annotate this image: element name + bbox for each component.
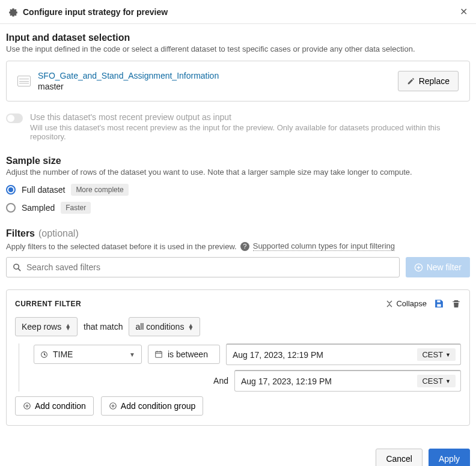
help-icon[interactable]: ? [240,242,249,251]
tz-label-1: CEST [422,350,443,359]
dataset-branch: master [38,82,398,91]
operator-label: is between [168,350,208,359]
recent-preview-toggle-row: Use this dataset's most recent preview o… [6,112,470,141]
input-heading: Input and dataset selection [6,32,470,43]
all-conditions-select[interactable]: all conditions ▲▼ [129,317,200,336]
that-match-text: that match [84,322,123,331]
datetime-value-1: Aug 17, 2023, 12:19 PM [233,350,323,360]
dialog-footer: Cancel Apply [0,449,476,466]
chevron-down-icon: ▼ [445,352,451,358]
pencil-icon [407,77,415,85]
add-condition-button[interactable]: Add condition [15,396,94,416]
plus-circle-icon [109,402,117,410]
sample-heading: Sample size [6,156,470,166]
badge-faster: Faster [61,202,91,214]
datetime-input-2[interactable]: Aug 17, 2023, 12:19 PM CEST ▼ [234,370,461,392]
filters-desc: Apply filters to the selected dataset be… [6,242,237,251]
filters-optional: (optional) [38,228,79,239]
sample-desc: Adjust the number of rows of the dataset… [6,168,470,177]
plus-circle-icon [414,263,423,272]
input-desc: Use the input defined in the code or sel… [6,44,470,53]
new-filter-button: New filter [406,257,470,277]
add-condition-group-label: Add condition group [121,401,196,411]
gear-icon [8,7,18,17]
collapse-label: Collapse [396,299,427,308]
column-name: TIME [53,350,73,359]
new-filter-label: New filter [427,262,462,272]
replace-label: Replace [419,76,450,86]
radio-full-dataset[interactable] [6,185,16,195]
svg-rect-6 [156,352,162,358]
chevron-down-icon: ▼ [129,351,135,358]
keep-rows-label: Keep rows [22,322,61,331]
search-icon [13,263,22,272]
toggle-desc: Will use this dataset's most recent prev… [30,123,470,141]
recent-preview-toggle [6,113,23,123]
filters-heading: Filters [6,228,35,239]
search-filters-input[interactable] [26,262,393,272]
dataset-icon [17,76,31,86]
cancel-button[interactable]: Cancel [376,449,423,466]
close-icon[interactable]: ✕ [460,6,468,17]
operator-select[interactable]: is between [148,345,220,364]
clock-icon [40,351,48,359]
radio-sampled-label: Sampled [22,203,55,213]
caret-icon: ▲▼ [65,324,71,330]
search-filters-input-wrap[interactable] [6,257,400,277]
calendar-icon [154,350,163,359]
current-filter-title: CURRENT FILTER [15,300,386,308]
caret-icon: ▲▼ [188,324,194,330]
plus-circle-icon [23,402,31,410]
replace-button[interactable]: Replace [398,71,459,91]
current-filter-card: CURRENT FILTER Collapse Keep rows ▲▼ tha… [6,289,470,426]
supported-types-link[interactable]: Supported column types for input filteri… [253,241,395,251]
add-condition-group-button[interactable]: Add condition group [101,396,204,416]
dataset-card: SFO_Gate_and_Stand_Assignment_Informatio… [6,61,470,101]
collapse-icon [386,300,393,307]
apply-button[interactable]: Apply [429,449,470,466]
trash-icon[interactable] [451,299,461,309]
svg-point-0 [14,264,19,268]
datetime-input-1[interactable]: Aug 17, 2023, 12:19 PM CEST ▼ [226,343,461,365]
radio-sampled[interactable] [6,203,16,213]
radio-full-label: Full dataset [22,185,65,195]
radio-full-dataset-row[interactable]: Full dataset More complete [6,184,470,196]
dialog-header: Configure input strategy for preview ✕ [0,0,476,24]
badge-more-complete: More complete [71,184,128,196]
toggle-title: Use this dataset's most recent preview o… [30,112,470,122]
collapse-button[interactable]: Collapse [386,299,427,308]
keep-rows-select[interactable]: Keep rows ▲▼ [15,317,78,336]
column-select[interactable]: TIME ▼ [34,345,142,364]
svg-line-1 [18,268,20,271]
all-conditions-label: all conditions [135,322,184,331]
tz-select-1[interactable]: CEST ▼ [417,348,456,361]
dataset-link[interactable]: SFO_Gate_and_Stand_Assignment_Informatio… [38,71,219,80]
dialog-title: Configure input strategy for preview [23,7,460,17]
save-icon[interactable] [434,298,444,309]
and-label: And [34,376,228,386]
chevron-down-icon: ▼ [445,378,451,384]
radio-sampled-row[interactable]: Sampled Faster [6,202,470,214]
tz-label-2: CEST [422,377,443,386]
datetime-value-2: Aug 17, 2023, 12:19 PM [241,377,332,386]
tz-select-2[interactable]: CEST ▼ [417,375,456,387]
add-condition-label: Add condition [35,401,86,411]
